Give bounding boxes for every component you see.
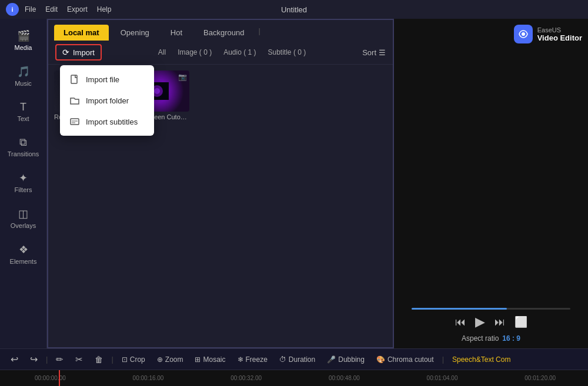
divider-3: | — [442, 355, 444, 364]
redo-button[interactable]: ↪ — [25, 351, 42, 367]
filter-tabs: All Image ( 0 ) Audio ( 1 ) Subtitle ( 0… — [152, 47, 312, 58]
time-mark-1: 00:00:16.00 — [98, 375, 196, 381]
menu-bar: File Edit Export Help — [25, 5, 111, 14]
import-subtitles-icon — [69, 116, 80, 127]
mosaic-tool[interactable]: ⊞ Mosaic — [190, 353, 230, 366]
cut-button[interactable]: ✂ — [71, 352, 88, 367]
media-icon: 🎬 — [5, 29, 42, 42]
camera-overlay-icon: 📷 — [178, 73, 187, 81]
play-button[interactable]: ▶ — [475, 314, 485, 330]
tab-opening[interactable]: Opening — [111, 25, 159, 41]
music-icon: 🎵 — [5, 65, 42, 78]
sidebar-transitions-label: Transitions — [5, 150, 42, 157]
preview-progress-bar[interactable] — [412, 308, 570, 310]
timeline-cursor — [59, 370, 60, 387]
duration-tool[interactable]: ⏱ Duration — [275, 353, 320, 366]
filters-icon: ✦ — [5, 172, 42, 184]
sidebar-item-media[interactable]: 🎬 Media — [3, 25, 44, 56]
sidebar-item-music[interactable]: 🎵 Music — [3, 61, 44, 92]
crop-tool[interactable]: ⊡ Crop — [117, 353, 150, 366]
sidebar-music-label: Music — [5, 80, 42, 87]
sidebar-item-text[interactable]: T Text — [3, 96, 44, 127]
sort-label: Sort — [362, 48, 376, 57]
aspect-ratio-value: 16 : 9 — [502, 334, 520, 343]
import-file-label: Import file — [86, 75, 119, 84]
import-dropdown: Import file Import folder — [60, 65, 154, 136]
aspect-ratio-label: Aspect ratio — [462, 334, 499, 343]
menu-export[interactable]: Export — [67, 5, 88, 14]
menu-edit[interactable]: Edit — [45, 5, 58, 14]
sidebar-elements-label: Elements — [5, 258, 42, 265]
import-bar: ⟳ Import Import file — [48, 41, 393, 65]
divider-2: | — [111, 355, 113, 364]
sort-button[interactable]: Sort ☰ — [362, 48, 386, 57]
transitions-icon: ⧉ — [5, 136, 42, 149]
sidebar-media-label: Media — [5, 44, 42, 51]
filter-subtitle[interactable]: Subtitle ( 0 ) — [262, 47, 312, 58]
import-button[interactable]: ⟳ Import — [55, 44, 102, 61]
right-panel: EaseUS Video Editor ⏮ ▶ ⏭ ⬜ Aspect ratio… — [394, 19, 588, 348]
tab-hot[interactable]: Hot — [161, 25, 192, 41]
easeus-text: EaseUS Video Editor — [537, 26, 582, 42]
sidebar-filters-label: Filters — [5, 186, 42, 193]
menu-file[interactable]: File — [25, 5, 36, 14]
tabs-row: Local mat Opening Hot Background | — [48, 20, 393, 41]
sidebar-text-label: Text — [5, 115, 42, 122]
main-layout: 🎬 Media 🎵 Music T Text ⧉ Transitions ✦ F… — [0, 19, 588, 348]
title-bar: i File Edit Export Help Untitled — [0, 0, 588, 19]
sidebar-item-filters[interactable]: ✦ Filters — [3, 167, 44, 198]
svg-rect-1 — [71, 119, 79, 125]
speech-text-tool[interactable]: Speech&Text Com — [447, 353, 515, 366]
svg-rect-0 — [71, 75, 77, 83]
tab-local[interactable]: Local mat — [54, 25, 109, 41]
filter-image[interactable]: Image ( 0 ) — [172, 47, 218, 58]
import-file-item[interactable]: Import file — [60, 69, 154, 90]
sidebar-overlays-label: Overlays — [5, 222, 42, 229]
next-frame-button[interactable]: ⏭ — [495, 316, 505, 328]
time-mark-3: 00:00:48.00 — [294, 375, 392, 381]
time-mark-0: 00:00:00.00 — [0, 375, 98, 381]
zoom-tool[interactable]: ⊕ Zoom — [152, 353, 188, 366]
tab-background[interactable]: Background — [194, 25, 253, 41]
prev-frame-button[interactable]: ⏮ — [455, 316, 466, 328]
chroma-tool[interactable]: 🎨 Chroma cutout — [372, 353, 439, 366]
import-file-icon — [69, 74, 80, 85]
import-subtitles-item[interactable]: Import subtitles — [60, 111, 154, 132]
menu-help[interactable]: Help — [97, 5, 112, 14]
svg-point-8 — [522, 32, 525, 36]
filter-audio[interactable]: Audio ( 1 ) — [218, 47, 262, 58]
svg-point-7 — [154, 88, 160, 94]
freeze-tool[interactable]: ❄ Freeze — [233, 353, 272, 366]
filter-all[interactable]: All — [152, 47, 172, 58]
stop-button[interactable]: ⬜ — [514, 315, 527, 328]
progress-fill — [412, 308, 507, 310]
undo-button[interactable]: ↩ — [6, 351, 23, 367]
window-title: Untitled — [281, 5, 307, 14]
product-name: Video Editor — [537, 33, 582, 42]
overlays-icon: ◫ — [5, 207, 42, 220]
easeus-branding: EaseUS Video Editor — [514, 25, 582, 43]
sort-icon: ☰ — [379, 48, 386, 57]
import-folder-icon — [69, 95, 80, 106]
dubbing-tool[interactable]: 🎤 Dubbing — [322, 353, 369, 366]
tab-separator: | — [258, 26, 260, 39]
left-sidebar: 🎬 Media 🎵 Music T Text ⧉ Transitions ✦ F… — [0, 19, 47, 348]
sidebar-item-transitions[interactable]: ⧉ Transitions — [3, 132, 44, 162]
import-icon: ⟳ — [62, 48, 69, 57]
preview-area: EaseUS Video Editor ⏮ ▶ ⏭ ⬜ Aspect ratio… — [394, 19, 588, 348]
pen-button[interactable]: ✏ — [51, 352, 68, 367]
timeline-ruler: 00:00:00.00 00:00:16.00 00:00:32.00 00:0… — [0, 375, 588, 381]
easeus-logo — [514, 25, 533, 43]
elements-icon: ❖ — [5, 243, 42, 256]
import-folder-item[interactable]: Import folder — [60, 90, 154, 111]
brand-name: EaseUS — [537, 26, 582, 33]
timeline: 00:00:00.00 00:00:16.00 00:00:32.00 00:0… — [0, 370, 588, 386]
sidebar-item-overlays[interactable]: ◫ Overlays — [3, 203, 44, 234]
text-icon: T — [5, 101, 42, 113]
center-panel: Local mat Opening Hot Background | ⟳ Imp… — [47, 19, 394, 348]
time-mark-2: 00:00:32.00 — [196, 375, 294, 381]
sidebar-item-elements[interactable]: ❖ Elements — [3, 239, 44, 270]
delete-button[interactable]: 🗑 — [90, 353, 108, 367]
import-subtitles-label: Import subtitles — [86, 118, 138, 126]
time-mark-4: 00:01:04.00 — [392, 375, 490, 381]
